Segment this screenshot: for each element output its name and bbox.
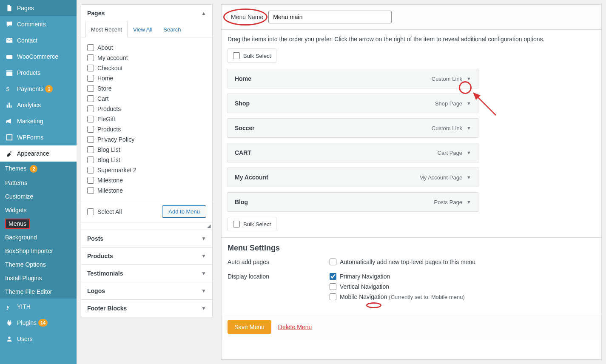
page-checkbox[interactable] <box>87 156 94 163</box>
resize-handle[interactable]: ◢ <box>81 222 212 230</box>
chevron-down-icon[interactable]: ▼ <box>467 101 471 106</box>
tab-most-recent[interactable]: Most Recent <box>85 22 128 37</box>
page-label[interactable]: About <box>97 44 113 51</box>
sidebar-item-yith[interactable]: y YITH <box>0 299 77 315</box>
analytics-icon <box>5 101 14 109</box>
menu-item[interactable]: CARTCart Page ▼ <box>228 143 478 162</box>
page-checkbox[interactable] <box>87 85 94 92</box>
menu-item-title: Home <box>235 75 251 82</box>
add-to-menu-button[interactable]: Add to Menu <box>162 205 206 218</box>
page-label[interactable]: Checkout <box>97 65 122 71</box>
menu-item[interactable]: HomeCustom Link ▼ <box>228 69 478 88</box>
page-label[interactable]: Products <box>97 105 121 112</box>
page-label[interactable]: Store <box>97 85 111 92</box>
page-label[interactable]: Privacy Policy <box>97 136 134 143</box>
sidebar-subitem-widgets[interactable]: Widgets <box>0 203 77 217</box>
sidebar-subitem-boxshop[interactable]: BoxShop Importer <box>0 244 77 258</box>
page-label[interactable]: Home <box>97 75 113 82</box>
sidebar-item-pages[interactable]: Pages <box>0 0 77 16</box>
svg-rect-0 <box>6 55 12 59</box>
page-checkbox[interactable] <box>87 65 94 71</box>
accordion-header[interactable]: Posts▼ <box>81 230 212 247</box>
bulk-select-checkbox[interactable] <box>233 221 240 228</box>
sidebar-item-woocommerce[interactable]: WooCommerce <box>0 48 77 65</box>
page-checkbox[interactable] <box>87 54 94 61</box>
chevron-down-icon[interactable]: ▼ <box>467 175 471 180</box>
sidebar-item-wpforms[interactable]: WPForms <box>0 129 77 145</box>
sidebar-subitem-customize[interactable]: Customize <box>0 190 77 203</box>
badge: 1 <box>45 85 53 93</box>
page-checkbox[interactable] <box>87 105 94 112</box>
menu-item[interactable]: BlogPosts Page ▼ <box>228 192 478 212</box>
yith-icon: y <box>5 302 14 311</box>
sidebar-item-marketing[interactable]: Marketing <box>0 113 77 129</box>
bulk-select-bottom[interactable]: Bulk Select <box>228 217 276 231</box>
sidebar-subitem-theme-options[interactable]: Theme Options <box>0 258 77 271</box>
menu-settings-title: Menu Settings <box>228 244 595 253</box>
sidebar-subitem-background[interactable]: Background <box>0 230 77 244</box>
page-checkbox[interactable] <box>87 146 94 153</box>
page-label[interactable]: Products <box>97 126 121 133</box>
save-menu-button[interactable]: Save Menu <box>228 320 271 334</box>
sidebar-label: WooCommerce <box>17 53 58 60</box>
sidebar-subitem-themes[interactable]: Themes 2 <box>0 162 77 176</box>
accordion-header[interactable]: Footer Blocks▼ <box>81 300 212 317</box>
page-label[interactable]: Milestone <box>97 187 123 194</box>
menu-item[interactable]: SoccerCustom Link ▼ <box>228 118 478 138</box>
sidebar-item-products[interactable]: Products <box>0 65 77 81</box>
accordion-header[interactable]: Logos▼ <box>81 282 212 299</box>
sidebar-item-users[interactable]: Users <box>0 331 77 347</box>
chevron-down-icon[interactable]: ▼ <box>467 76 471 81</box>
sidebar-item-plugins[interactable]: Plugins 14 <box>0 315 77 331</box>
page-checkbox[interactable] <box>87 116 94 122</box>
delete-menu-link[interactable]: Delete Menu <box>278 324 312 330</box>
page-checkbox[interactable] <box>87 136 94 143</box>
chevron-down-icon[interactable]: ▼ <box>467 199 471 205</box>
page-checkbox[interactable] <box>87 75 94 82</box>
chevron-down-icon[interactable]: ▼ <box>467 150 471 155</box>
select-all-checkbox[interactable] <box>87 208 94 215</box>
location-checkbox[interactable] <box>330 283 336 290</box>
page-checkbox[interactable] <box>87 95 94 102</box>
page-checkbox[interactable] <box>87 167 94 173</box>
bulk-select-top[interactable]: Bulk Select <box>228 48 276 63</box>
menu-name-input[interactable] <box>268 11 392 23</box>
menu-item[interactable]: ShopShop Page ▼ <box>228 94 478 113</box>
page-label[interactable]: Milestone <box>97 177 123 184</box>
location-checkbox[interactable] <box>330 273 336 280</box>
tab-search[interactable]: Search <box>158 22 186 37</box>
pages-accordion-header[interactable]: Pages ▲ <box>81 5 212 22</box>
accordion-header[interactable]: Products▼ <box>81 247 212 264</box>
sidebar-subitem-patterns[interactable]: Patterns <box>0 176 77 190</box>
sidebar-item-comments[interactable]: Comments <box>0 16 77 32</box>
accordion-header[interactable]: Testimonials▼ <box>81 265 212 282</box>
page-label[interactable]: Supermarket 2 <box>97 167 137 173</box>
menu-settings: Menu Settings Auto add pages Automatical… <box>222 237 601 314</box>
page-checkbox[interactable] <box>87 126 94 133</box>
chevron-down-icon[interactable]: ▼ <box>467 125 471 131</box>
bulk-select-checkbox[interactable] <box>233 52 240 59</box>
sidebar-item-payments[interactable]: $ Payments 1 <box>0 81 77 97</box>
tab-view-all[interactable]: View All <box>128 22 158 37</box>
select-all-label[interactable]: Select All <box>97 208 122 215</box>
page-label[interactable]: Cart <box>97 95 108 102</box>
sidebar-item-analytics[interactable]: Analytics <box>0 97 77 113</box>
sidebar-item-contact[interactable]: Contact <box>0 32 77 48</box>
page-checkbox[interactable] <box>87 177 94 184</box>
menu-item[interactable]: My AccountMy Account Page ▼ <box>228 168 478 187</box>
auto-add-checkbox[interactable] <box>330 259 336 265</box>
sidebar-item-appearance[interactable]: Appearance <box>0 145 77 162</box>
page-checkbox[interactable] <box>87 44 94 51</box>
page-label[interactable]: My account <box>97 54 128 61</box>
page-checkbox[interactable] <box>87 187 94 194</box>
location-checkbox[interactable] <box>330 293 336 300</box>
sidebar-subitem-install-plugins[interactable]: Install Plugins <box>0 271 77 285</box>
page-label[interactable]: Blog List <box>97 156 120 163</box>
menu-item-type: Posts Page ▼ <box>434 199 471 205</box>
accordion-footer-blocks: Footer Blocks▼ <box>81 299 213 317</box>
page-label[interactable]: Blog List <box>97 146 120 153</box>
menu-footer: Save Menu Delete Menu <box>222 314 601 340</box>
sidebar-subitem-menus[interactable]: Menus <box>0 217 77 230</box>
sidebar-subitem-theme-file-editor[interactable]: Theme File Editor <box>0 285 77 299</box>
page-label[interactable]: EleGift <box>97 116 115 122</box>
